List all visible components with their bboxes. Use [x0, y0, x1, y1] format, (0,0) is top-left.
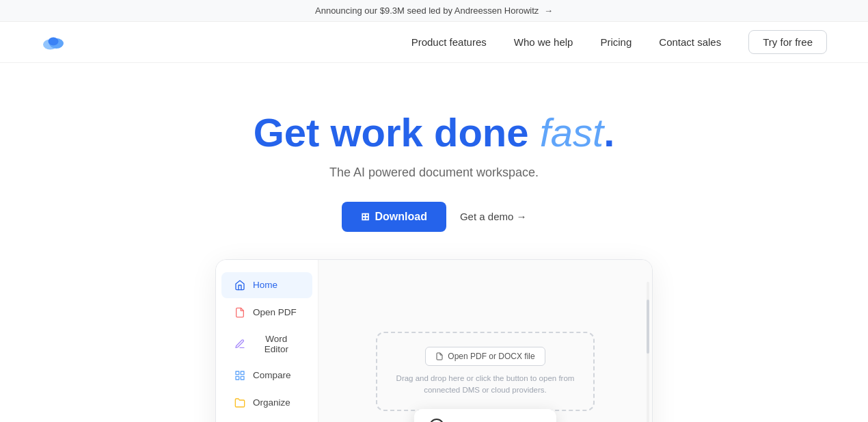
nav-item-contact-sales[interactable]: Contact sales	[659, 36, 721, 49]
svg-rect-4	[241, 371, 244, 375]
home-icon	[234, 279, 246, 291]
scrollbar[interactable]	[647, 282, 649, 422]
organize-icon	[234, 397, 246, 409]
nav-links: Product features Who we help Pricing Con…	[411, 36, 722, 49]
cta-row: ⊞ Download Get a demo →	[14, 202, 854, 232]
sidebar-label-open-pdf: Open PDF	[253, 307, 297, 317]
try-for-free-button[interactable]: Try for free	[748, 30, 827, 54]
svg-rect-5	[236, 376, 239, 380]
navbar: Product features Who we help Pricing Con…	[0, 22, 868, 63]
svg-rect-6	[241, 376, 244, 380]
app-main-content: Open PDF or DOCX file Drag and drop here…	[318, 260, 652, 422]
upload-icon	[435, 352, 444, 360]
announcement-text: Announcing our $9.3M seed led by Andrees…	[315, 5, 539, 16]
sidebar-item-esignature[interactable]: eSignature	[221, 417, 312, 422]
sidebar-item-open-pdf[interactable]: Open PDF	[221, 300, 312, 326]
upload-description: Drag and drop here or click the button t…	[396, 373, 575, 397]
announcement-arrow: →	[544, 5, 553, 16]
sidebar-item-home[interactable]: Home	[221, 272, 312, 298]
sidebar-item-compare[interactable]: Compare	[221, 362, 312, 388]
scrollbar-thumb	[647, 300, 649, 353]
hero-title-italic: fast	[540, 110, 604, 155]
pdf-icon	[234, 306, 246, 319]
sidebar-label-compare: Compare	[253, 370, 291, 380]
download-icon: ⊞	[361, 211, 370, 223]
nav-link-contact-sales[interactable]: Contact sales	[659, 36, 721, 48]
nav-item-pricing[interactable]: Pricing	[600, 36, 632, 49]
hero-section: Get work done fast. The AI powered docum…	[0, 63, 868, 422]
word-editor-icon	[234, 338, 246, 350]
sidebar-item-organize[interactable]: Organize	[221, 390, 312, 416]
open-file-label: Open PDF or DOCX file	[448, 352, 534, 361]
svg-point-2	[49, 37, 59, 45]
nav-item-product-features[interactable]: Product features	[411, 36, 487, 49]
upload-area[interactable]: Open PDF or DOCX file Drag and drop here…	[376, 332, 595, 412]
hero-title-part1: Get work done	[254, 110, 540, 155]
hero-subtitle: The AI powered document workspace.	[14, 166, 854, 180]
sidebar-label-home: Home	[253, 280, 277, 290]
logo-icon	[41, 33, 66, 52]
hero-title: Get work done fast.	[14, 111, 854, 155]
sidebar-label-organize: Organize	[253, 397, 290, 408]
nav-link-pricing[interactable]: Pricing	[600, 36, 632, 48]
sidebar-item-word-editor[interactable]: Word Editor	[221, 327, 312, 361]
hero-title-period: .	[603, 110, 614, 155]
app-preview: Home Open PDF Word Editor	[215, 259, 653, 422]
sidebar-label-word-editor: Word Editor	[253, 334, 300, 354]
open-file-button[interactable]: Open PDF or DOCX file	[425, 347, 545, 366]
compare-icon	[234, 369, 246, 382]
get-demo-button[interactable]: Get a demo →	[460, 211, 527, 222]
app-sidebar: Home Open PDF Word Editor	[216, 260, 318, 422]
download-label: Download	[375, 211, 427, 223]
play-icon: ▶	[429, 419, 444, 422]
logo[interactable]	[41, 33, 66, 52]
nav-item-who-we-help[interactable]: Who we help	[514, 36, 573, 49]
announcement-bar[interactable]: Announcing our $9.3M seed led by Andrees…	[0, 0, 868, 22]
svg-rect-3	[236, 371, 239, 375]
video-title-row: ▶ Watch Video (4 min)	[429, 419, 541, 422]
video-overlay[interactable]: ▶ Watch Video (4 min) By Jacob, CEO @ Ma…	[414, 409, 556, 422]
nav-link-who-we-help[interactable]: Who we help	[514, 36, 573, 48]
download-button[interactable]: ⊞ Download	[342, 202, 446, 232]
nav-link-product-features[interactable]: Product features	[411, 36, 487, 48]
